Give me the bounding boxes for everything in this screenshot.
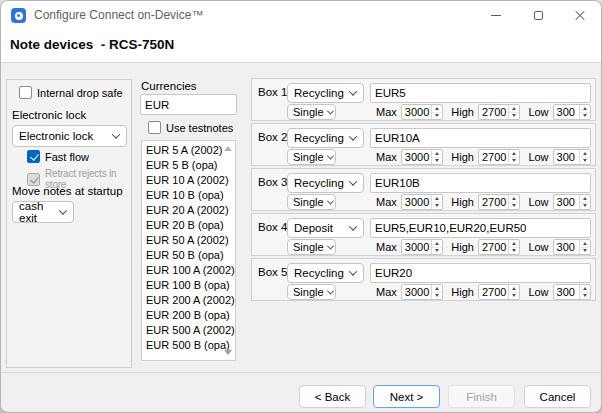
currency-list-item[interactable]: EUR 20 A (2002) [142,203,235,218]
spinner-down-icon[interactable] [432,157,442,165]
currency-list-item[interactable]: EUR 100 B (opa) [142,278,235,293]
currency-list-item[interactable]: EUR 10 A (2002) [142,173,235,188]
use-testnotes-label: Use testnotes [166,122,233,134]
max-value[interactable]: 3000 [402,150,431,164]
box-mode-select[interactable]: Single [287,104,336,120]
box-mode-select[interactable]: Single [287,239,336,255]
back-button[interactable]: < Back [299,385,366,408]
maximize-icon [534,11,543,20]
titlebar[interactable]: Configure Connect on-Device™ [1,1,601,29]
max-value[interactable]: 3000 [402,240,431,254]
spinner-down-icon[interactable] [432,292,442,300]
spinner-down-icon[interactable] [509,292,519,300]
high-value[interactable]: 2700 [479,285,508,299]
minimize-icon [491,15,501,16]
high-value[interactable]: 2700 [479,195,508,209]
high-label: High [451,106,474,118]
low-value[interactable]: 300 [554,240,579,254]
minimize-button[interactable] [475,1,517,29]
finish-button: Finish [448,385,515,408]
spinner-arrows [579,240,590,254]
spinner-arrows [431,195,442,209]
max-value[interactable]: 3000 [402,105,431,119]
spinner-arrows [431,105,442,119]
low-label: Low [528,151,548,163]
currency-list-item[interactable]: EUR 5 B (opa) [142,158,235,173]
internal-drop-safe-checkbox[interactable]: Internal drop safe [19,86,123,99]
maximize-button[interactable] [517,1,559,29]
box-mode-value: Single [293,286,324,298]
currency-list-item[interactable]: EUR 50 B (opa) [142,248,235,263]
high-value[interactable]: 2700 [479,240,508,254]
scroll-up-icon[interactable] [224,146,232,151]
box-denominations-input[interactable] [370,173,591,193]
header-strip: Note devices - RCS-750N [1,29,601,62]
header-separator [1,62,601,63]
currency-list-item[interactable]: EUR 5 A (2002) [142,143,235,158]
max-value[interactable]: 3000 [402,195,431,209]
currency-list-item[interactable]: EUR 200 A (2002) [142,293,235,308]
box-mode-value: Single [293,106,324,118]
spinner-arrows [431,240,442,254]
chevron-down-icon [59,206,67,214]
spinner-down-icon[interactable] [580,112,590,120]
spinner-down-icon[interactable] [432,202,442,210]
limits-group: Max 3000 High 2700 Low [376,194,591,210]
box-type-select[interactable]: Recycling [287,128,364,148]
spinner-down-icon[interactable] [432,112,442,120]
box-type-select[interactable]: Recycling [287,263,364,283]
box-mode-select[interactable]: Single [287,149,336,165]
box-denominations-input[interactable] [370,128,591,148]
spinner-down-icon[interactable] [432,247,442,255]
max-value[interactable]: 3000 [402,285,431,299]
next-button[interactable]: Next > [373,385,440,408]
window-controls [475,1,601,29]
box-type-select[interactable]: Deposit [287,218,364,238]
low-label: Low [528,106,548,118]
close-icon [574,9,587,22]
box-mode-select[interactable]: Single [287,194,336,210]
low-value[interactable]: 300 [554,150,579,164]
high-value[interactable]: 2700 [479,150,508,164]
spinner-down-icon[interactable] [580,247,590,255]
cancel-button[interactable]: Cancel [524,385,591,408]
checkbox-checked-disabled-icon [27,173,40,186]
box-mode-value: Single [293,151,324,163]
spinner-down-icon[interactable] [580,157,590,165]
currency-input[interactable] [140,94,237,115]
currency-list-item[interactable]: EUR 500 B (opa) [142,338,235,353]
spinner-down-icon[interactable] [509,202,519,210]
low-value[interactable]: 300 [554,285,579,299]
high-label: High [451,241,474,253]
box-type-select[interactable]: Recycling [287,83,364,103]
box-denominations-input[interactable] [370,218,591,238]
spinner-arrows [508,150,519,164]
close-button[interactable] [559,1,601,29]
box-type-select[interactable]: Recycling [287,173,364,193]
spinner-down-icon[interactable] [580,202,590,210]
spinner-arrows [579,105,590,119]
fast-flow-checkbox[interactable]: Fast flow [27,150,89,163]
high-label: High [451,286,474,298]
spinner-down-icon[interactable] [509,157,519,165]
electronic-lock-select[interactable]: Electronic lock [12,125,127,147]
spinner-down-icon[interactable] [509,112,519,120]
low-value[interactable]: 300 [554,105,579,119]
currency-list-item[interactable]: EUR 200 B (opa) [142,308,235,323]
box-denominations-input[interactable] [370,263,591,283]
high-value[interactable]: 2700 [479,105,508,119]
use-testnotes-checkbox[interactable]: Use testnotes [148,121,233,134]
currency-list-item[interactable]: EUR 10 B (opa) [142,188,235,203]
currency-list-item[interactable]: EUR 500 A (2002) [142,323,235,338]
currency-list-item[interactable]: EUR 100 A (2002) [142,263,235,278]
spinner-down-icon[interactable] [509,247,519,255]
chevron-down-icon [349,177,357,185]
scroll-down-icon[interactable] [224,350,232,355]
spinner-down-icon[interactable] [580,292,590,300]
currency-list-item[interactable]: EUR 20 B (opa) [142,218,235,233]
box-denominations-input[interactable] [370,83,591,103]
currency-list-item[interactable]: EUR 50 A (2002) [142,233,235,248]
low-value[interactable]: 300 [554,195,579,209]
box-mode-select[interactable]: Single [287,284,336,300]
move-notes-select[interactable]: cash exit [12,201,74,223]
